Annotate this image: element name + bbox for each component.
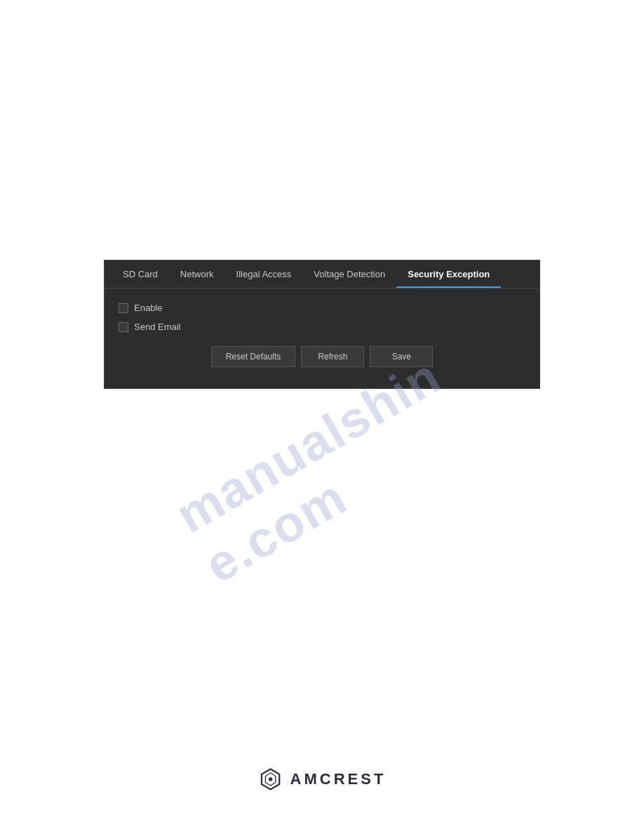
- tab-sd-card[interactable]: SD Card: [112, 260, 169, 288]
- refresh-button[interactable]: Refresh: [301, 346, 364, 367]
- amcrest-logo-icon: [258, 767, 283, 792]
- button-row: Reset Defaults Refresh Save: [119, 346, 525, 374]
- save-button[interactable]: Save: [370, 346, 433, 367]
- tab-bar: SD Card Network Illegal Access Voltage D…: [105, 260, 539, 289]
- send-email-row: Send Email: [119, 322, 525, 332]
- content-area: Enable Send Email Reset Defaults Refresh…: [105, 289, 539, 388]
- panel-wrapper: SD Card Network Illegal Access Voltage D…: [104, 260, 540, 389]
- reset-defaults-button[interactable]: Reset Defaults: [211, 346, 296, 367]
- tab-network[interactable]: Network: [169, 260, 225, 288]
- enable-checkbox[interactable]: [119, 303, 128, 313]
- enable-row: Enable: [119, 303, 525, 313]
- footer-logo: AMCREST: [258, 767, 387, 792]
- enable-label: Enable: [134, 303, 162, 313]
- tab-security-exception[interactable]: Security Exception: [396, 260, 501, 288]
- send-email-checkbox[interactable]: [119, 322, 128, 332]
- page-container: SD Card Network Illegal Access Voltage D…: [0, 0, 644, 834]
- settings-panel: SD Card Network Illegal Access Voltage D…: [104, 260, 540, 389]
- tab-voltage-detection[interactable]: Voltage Detection: [302, 260, 396, 288]
- svg-point-2: [269, 777, 272, 781]
- brand-name: AMCREST: [290, 770, 387, 788]
- send-email-label: Send Email: [134, 322, 180, 332]
- tab-illegal-access[interactable]: Illegal Access: [225, 260, 303, 288]
